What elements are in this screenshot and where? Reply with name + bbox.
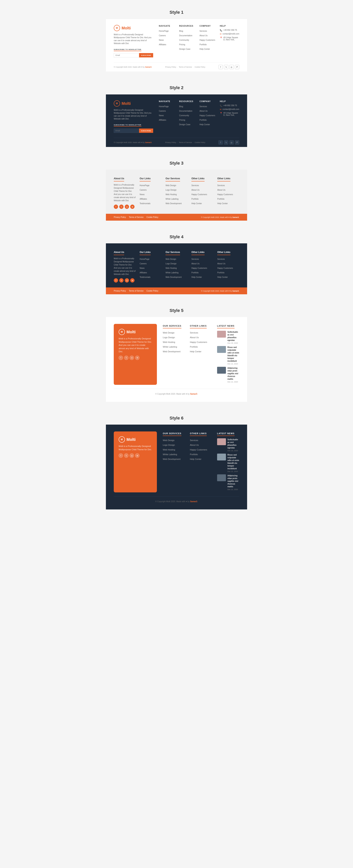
os4-link-logodesign[interactable]: Logo Design — [166, 262, 177, 265]
s5-link-whitelabeling[interactable]: White Labeling — [163, 346, 177, 348]
twitter5-icon[interactable]: 𝕏 — [124, 355, 128, 360]
res-link-community[interactable]: Community — [179, 39, 189, 41]
ol3-link-affiliates[interactable]: Affiliates — [140, 198, 147, 200]
ot3a-link-services[interactable]: Services — [192, 184, 199, 187]
co-link-happycustomers[interactable]: Happy Customers — [200, 39, 215, 41]
facebook-icon[interactable]: f — [218, 65, 223, 69]
nav2-link-careers[interactable]: Careers — [159, 110, 166, 112]
twitter4-icon[interactable]: 𝕏 — [119, 278, 123, 283]
terms4-link[interactable]: Terms of Service — [129, 290, 143, 292]
ol4-link-testimonials[interactable]: Testimonials — [140, 276, 150, 278]
ot4a-link-helpcenter[interactable]: Help Center — [192, 276, 202, 278]
ot3a-link-helpcenter[interactable]: Help Center — [192, 203, 202, 205]
facebook3-icon[interactable]: f — [114, 205, 118, 209]
twitter-icon[interactable]: 𝕏 — [224, 65, 228, 69]
subscribe2-button[interactable]: SUBSCRIBE — [139, 128, 153, 133]
terms3-link[interactable]: Terms of Service — [129, 216, 143, 218]
ot6-link-helpcenter[interactable]: Help Center — [190, 458, 201, 460]
terms-link[interactable]: Terms of Service — [179, 66, 192, 68]
co2-link-helpcenter[interactable]: Help Center — [200, 123, 210, 126]
co2-link-services[interactable]: Services — [200, 105, 207, 107]
privacy-link[interactable]: Privacy Policy — [165, 66, 176, 68]
ot4a-link-services[interactable]: Services — [192, 258, 199, 260]
ol3-link-careers[interactable]: Careers — [140, 189, 147, 191]
ot3b-link-services[interactable]: Services — [217, 184, 225, 187]
ot3a-link-portfolio[interactable]: Portfolio — [192, 198, 199, 200]
s5-link-logodesign[interactable]: Logo Design — [163, 336, 175, 339]
cookie-link[interactable]: Cookie Policy — [195, 66, 205, 68]
ot5-link-happycustomers[interactable]: Happy Customers — [190, 341, 207, 343]
os4-link-webdev[interactable]: Web Development — [166, 276, 182, 278]
ot4b-link-happycustomers[interactable]: Happy Customers — [217, 267, 233, 269]
subscribe2-form[interactable]: SUBSCRIBE — [114, 128, 153, 133]
os3-link-whitelabeling[interactable]: White Labeling — [166, 198, 178, 200]
privacy3-link[interactable]: Privacy Policy — [114, 216, 126, 218]
ot4b-link-portfolio[interactable]: Portfolio — [217, 272, 225, 274]
co2-link-happycustomers[interactable]: Happy Customers — [200, 115, 215, 117]
res2-link-blog[interactable]: Blog — [179, 105, 183, 107]
subscribe-button[interactable]: SUBSCRIBE — [139, 53, 153, 57]
ot3a-link-happycustomers[interactable]: Happy Customers — [192, 193, 207, 195]
terms2-link[interactable]: Terms of Service — [179, 142, 192, 144]
cookie3-link[interactable]: Cookie Policy — [147, 216, 158, 218]
nav2-link-affiliates[interactable]: Affiliates — [159, 119, 166, 121]
cookie2-link[interactable]: Cookie Policy — [195, 142, 205, 144]
ot4a-link-happycustomers[interactable]: Happy Customers — [192, 267, 207, 269]
co2-link-aboutus[interactable]: About Us — [200, 110, 207, 112]
ot4b-link-aboutus[interactable]: About Us — [217, 262, 225, 265]
res-link-pricing[interactable]: Pricing — [179, 43, 185, 45]
co-link-aboutus[interactable]: About Us — [200, 34, 207, 37]
ot3b-link-helpcenter[interactable]: Help Center — [217, 203, 228, 205]
instagram2-icon[interactable]: ◎ — [230, 140, 234, 145]
nav2-link-news[interactable]: News — [159, 115, 164, 117]
os4-link-webhosting[interactable]: Web Hosting — [166, 267, 177, 269]
ol3-link-news[interactable]: News — [140, 193, 145, 195]
ot3b-link-portfolio[interactable]: Portfolio — [217, 198, 225, 200]
ol3-link-testimonials[interactable]: Testimonials — [140, 203, 150, 205]
nav2-link-homepage[interactable]: HomePage — [159, 105, 169, 107]
ot3a-link-aboutus[interactable]: About Us — [192, 189, 200, 191]
instagram6-icon[interactable]: ◎ — [129, 454, 134, 458]
s6-link-logodesign[interactable]: Logo Design — [163, 444, 175, 446]
nav-link-news[interactable]: News — [159, 39, 164, 41]
pinterest2-icon[interactable]: P — [235, 140, 239, 145]
facebook5-icon[interactable]: f — [119, 355, 123, 360]
ol4-link-homepage[interactable]: HomePage — [140, 258, 149, 260]
os3-link-webdev[interactable]: Web Development — [166, 203, 182, 205]
pinterest-icon[interactable]: P — [235, 65, 239, 69]
nav-link-careers[interactable]: Careers — [159, 34, 166, 37]
ol4-link-careers[interactable]: Careers — [140, 262, 147, 265]
os3-link-webdesign[interactable]: Web Design — [166, 184, 176, 187]
s6-link-whitelabeling[interactable]: White Labeling — [163, 453, 177, 456]
s5-link-webdesign[interactable]: Web Design — [163, 332, 175, 334]
res-link-blog[interactable]: Blog — [179, 30, 183, 32]
res2-link-documentation[interactable]: Documentation — [179, 110, 193, 112]
twitter2-icon[interactable]: 𝕏 — [224, 140, 228, 145]
pinterest5-icon[interactable]: ⊕ — [135, 355, 140, 360]
os3-link-logodesign[interactable]: Logo Design — [166, 189, 177, 191]
privacy2-link[interactable]: Privacy Policy — [165, 142, 176, 144]
ot3b-link-aboutus[interactable]: About Us — [217, 189, 225, 191]
email2-input[interactable] — [114, 128, 139, 133]
ot6-link-portfolio[interactable]: Portfolio — [190, 453, 198, 456]
instagram-icon[interactable]: ◎ — [230, 65, 234, 69]
res2-link-community[interactable]: Community — [179, 115, 189, 117]
ol4-link-affiliates[interactable]: Affiliates — [140, 272, 147, 274]
privacy4-link[interactable]: Privacy Policy — [114, 290, 126, 292]
s5-link-webdev[interactable]: Web Development — [163, 350, 180, 353]
ot6-link-aboutus[interactable]: About Us — [190, 444, 199, 446]
res-link-designcase[interactable]: Design Case — [179, 48, 190, 50]
ot6-link-services[interactable]: Services — [190, 439, 198, 441]
email-input[interactable] — [114, 53, 139, 57]
subscribe-form[interactable]: SUBSCRIBE — [114, 53, 153, 57]
res2-link-designcase[interactable]: Design Case — [179, 123, 190, 126]
ot4b-link-helpcenter[interactable]: Help Center — [217, 276, 228, 278]
pinterest4-icon[interactable]: ⊕ — [130, 278, 135, 283]
ot3b-link-happycustomers[interactable]: Happy Customers — [217, 193, 233, 195]
twitter6-icon[interactable]: 𝕏 — [124, 454, 128, 458]
s5-link-webhosting[interactable]: Web Hosting — [163, 341, 175, 343]
pinterest6-icon[interactable]: ⊕ — [135, 454, 140, 458]
ot5-link-aboutus[interactable]: About Us — [190, 336, 199, 339]
co-link-helpcenter[interactable]: Help Center — [200, 48, 210, 50]
twitter3-icon[interactable]: 𝕏 — [119, 205, 123, 209]
